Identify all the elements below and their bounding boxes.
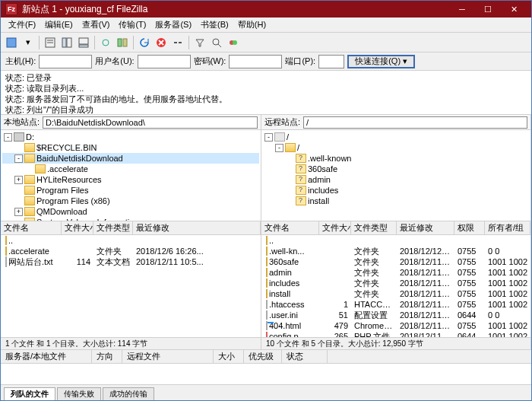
bottom-tab[interactable]: 成功的传输 <box>103 387 154 400</box>
local-file-list[interactable]: ...accelerate文件夹2018/12/6 16:26...网站后台.t… <box>1 235 261 337</box>
q-icon <box>296 175 306 184</box>
file-row[interactable]: config.p...265PHP 文件2018/12/11 1...06441… <box>261 331 530 337</box>
bottom-tab[interactable]: 列队的文件 <box>4 387 55 400</box>
column-header[interactable]: 文件大小 <box>319 221 351 234</box>
tree-row[interactable]: Program Files <box>2 185 259 196</box>
folder-icon <box>24 196 35 205</box>
q-icon <box>296 154 306 163</box>
tree-row[interactable]: 360safe <box>263 164 529 174</box>
column-header[interactable]: 文件类型 <box>93 221 133 234</box>
stop-button[interactable] <box>154 35 169 50</box>
tree-row[interactable]: $RECYCLE.BIN <box>2 142 259 153</box>
quickconnect-button[interactable]: 快速连接(Q) ▾ <box>347 55 415 68</box>
tree-row[interactable]: +QMDownload <box>2 206 259 217</box>
refresh-button[interactable] <box>137 35 152 50</box>
tree-row[interactable]: install <box>263 196 529 206</box>
quickconnect-bar: 主机(H): 用户名(U): 密码(W): 端口(P): 快速连接(Q) ▾ <box>1 53 531 71</box>
tree-row[interactable]: +HYLiteResources <box>2 174 259 185</box>
remote-path-label: 远程站点: <box>264 116 300 128</box>
queue-list[interactable] <box>1 364 531 385</box>
file-row[interactable]: 360safe文件夹2018/12/11 1...07551001 1002 <box>261 256 530 267</box>
menu-item[interactable]: 书签(B) <box>196 18 233 32</box>
expand-icon[interactable]: - <box>264 133 273 142</box>
expand-icon[interactable]: - <box>14 154 23 163</box>
file-row[interactable]: 网站后台.txt114文本文档2018/12/11 10:5... <box>1 256 261 267</box>
menu-item[interactable]: 查看(V) <box>78 18 115 32</box>
menu-item[interactable]: 传输(T) <box>114 18 150 32</box>
file-row[interactable]: .well-kn...文件夹2018/12/12 1...07550 0 <box>261 246 530 256</box>
expand-icon[interactable]: - <box>275 144 283 152</box>
folder-icon <box>266 257 268 266</box>
file-row[interactable]: .htaccess1HTACCES...2018/12/11 1...07551… <box>261 299 530 310</box>
menu-item[interactable]: 编辑(E) <box>40 18 78 32</box>
file-row[interactable]: includes文件夹2018/12/11 1...07551001 1002 <box>261 278 530 288</box>
queue-column[interactable]: 大小 <box>214 350 244 363</box>
tree-row[interactable]: includes <box>263 185 529 196</box>
column-header[interactable]: 文件名 <box>261 221 319 234</box>
queue-header[interactable]: 服务器/本地文件方向远程文件大小优先级状态 <box>1 350 531 364</box>
tree-row[interactable]: -/ <box>263 142 529 153</box>
menu-item[interactable]: 帮助(H) <box>233 18 271 32</box>
toggle-tree-button[interactable] <box>59 35 74 50</box>
bottom-tab[interactable]: 传输失败 <box>57 387 101 400</box>
tree-row[interactable]: .accelerate <box>2 164 259 174</box>
local-path-input[interactable] <box>43 116 258 129</box>
tree-row[interactable]: admin <box>263 174 529 185</box>
column-header[interactable]: 最近修改 <box>397 221 454 234</box>
remote-list-header[interactable]: 文件名文件大小文件类型最近修改权限所有者/组 <box>261 221 530 235</box>
column-header[interactable]: 文件类型 <box>351 221 397 234</box>
column-header[interactable]: 权限 <box>454 221 485 234</box>
sitemanager-button[interactable] <box>4 35 19 50</box>
file-row[interactable]: install文件夹2018/12/11 1...07551001 1002 <box>261 288 530 299</box>
local-list-header[interactable]: 文件名文件大小文件类型最近修改 <box>1 221 261 235</box>
column-header[interactable]: 文件大小 <box>62 221 93 234</box>
remote-tree[interactable]: -/-/.well-known360safeadminincludesinsta… <box>261 130 530 221</box>
file-row[interactable]: .. <box>261 235 530 246</box>
maximize-button[interactable]: ☐ <box>475 1 501 18</box>
file-row[interactable]: .user.ini51配置设置2018/12/11 1...06440 0 <box>261 310 530 320</box>
menu-item[interactable]: 文件(F) <box>4 18 40 32</box>
tree-row[interactable]: .well-known <box>263 153 529 164</box>
queue-column[interactable]: 远程文件 <box>122 350 214 363</box>
search-button[interactable] <box>209 35 224 50</box>
queue-column[interactable]: 优先级 <box>244 350 282 363</box>
filter-button[interactable] <box>192 35 207 50</box>
menu-item[interactable]: 服务器(S) <box>150 18 196 32</box>
user-input[interactable] <box>138 55 191 68</box>
expand-icon[interactable]: - <box>4 133 12 142</box>
tree-row[interactable]: -D: <box>2 132 259 142</box>
file-row[interactable]: .accelerate文件夹2018/12/6 16:26... <box>1 246 261 256</box>
column-header[interactable]: 所有者/组 <box>485 221 530 234</box>
remote-path-input[interactable] <box>303 116 527 129</box>
sync-button[interactable] <box>98 35 113 50</box>
dropdown-icon[interactable]: ▾ <box>21 35 36 50</box>
file-row[interactable]: admin文件夹2018/12/11 1...07551001 1002 <box>261 267 530 278</box>
file-row[interactable]: 404.html479Chrome H...2018/12/11 1...075… <box>261 320 530 331</box>
file-row[interactable]: .. <box>1 235 261 246</box>
local-tree[interactable]: -D:$RECYCLE.BIN-BaiduNetdiskDownload.acc… <box>1 130 261 221</box>
html-icon <box>266 321 268 330</box>
host-input[interactable] <box>39 55 92 68</box>
tree-row[interactable]: -/ <box>263 132 529 142</box>
speed-button[interactable] <box>226 35 241 50</box>
close-button[interactable]: ✕ <box>501 1 527 18</box>
expand-icon[interactable]: + <box>14 176 23 184</box>
port-input[interactable] <box>318 55 344 68</box>
tree-row[interactable]: -BaiduNetdiskDownload <box>2 153 259 164</box>
folder-icon <box>5 236 7 245</box>
minimize-button[interactable]: ─ <box>449 1 475 18</box>
queue-column[interactable]: 服务器/本地文件 <box>1 350 92 363</box>
compare-button[interactable] <box>115 35 130 50</box>
expand-icon[interactable]: + <box>14 208 23 216</box>
remote-file-list[interactable]: ...well-kn...文件夹2018/12/12 1...07550 036… <box>261 235 530 337</box>
queue-column[interactable]: 状态 <box>282 350 328 363</box>
column-header[interactable]: 文件名 <box>1 221 62 234</box>
toggle-log-button[interactable] <box>43 35 58 50</box>
pass-input[interactable] <box>229 55 282 68</box>
column-header[interactable]: 最近修改 <box>133 221 261 234</box>
disconnect-button[interactable] <box>170 35 185 50</box>
toggle-queue-button[interactable] <box>76 35 91 50</box>
tree-row[interactable]: Program Files (x86) <box>2 196 259 206</box>
queue-column[interactable]: 方向 <box>92 350 122 363</box>
local-status: 1 个文件 和 1 个目录。大小总计: 114 字节 <box>1 337 261 349</box>
